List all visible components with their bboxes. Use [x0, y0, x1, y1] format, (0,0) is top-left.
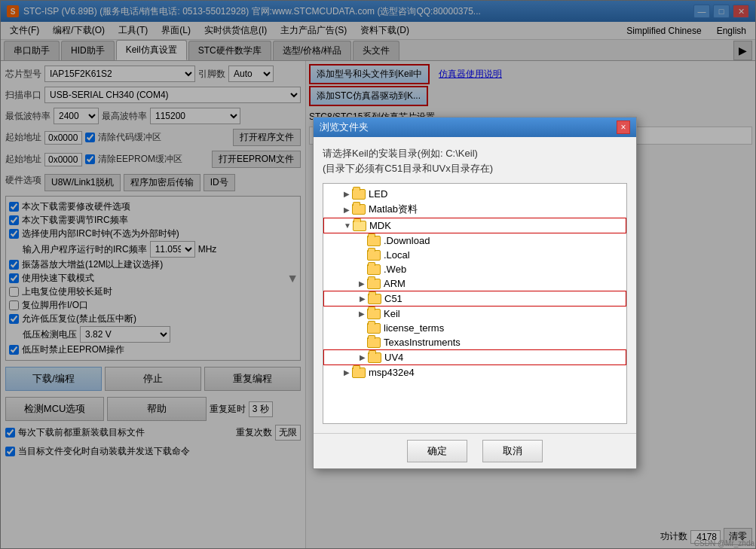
tree-item-local[interactable]: .Local — [323, 248, 626, 262]
tree-item-msp432e4[interactable]: ▶ msp432e4 — [323, 365, 626, 380]
modal-body: 请选择Keil的安装目录(例如: C:\Keil) (目录下必须有C51目录和U… — [314, 137, 636, 433]
tree-item-led[interactable]: ▶ LED — [323, 187, 626, 201]
tree-arrow-arm: ▶ — [357, 279, 367, 288]
tree-item-web[interactable]: .Web — [323, 262, 626, 276]
tree-item-matlab[interactable]: ▶ Matlab资料 — [323, 201, 626, 218]
file-tree[interactable]: ▶ LED ▶ Matlab资料 ▼ MDK — [323, 183, 627, 424]
folder-icon-web — [367, 264, 381, 275]
folder-icon-arm — [367, 279, 381, 289]
folder-icon-led — [352, 189, 366, 200]
tree-item-texas[interactable]: TexasInstruments — [323, 335, 626, 349]
modal-close-btn[interactable]: × — [617, 120, 630, 134]
browse-folder-dialog: 浏览文件夹 × 请选择Keil的安装目录(例如: C:\Keil) (目录下必须… — [313, 117, 637, 469]
folder-icon-msp432e4 — [352, 368, 366, 378]
modal-title-bar: 浏览文件夹 × — [314, 117, 636, 137]
tree-item-uv4[interactable]: ▶ UV4 — [323, 349, 626, 365]
ok-button[interactable]: 确定 — [407, 440, 467, 462]
folder-icon-mdk — [353, 221, 366, 231]
modal-instruction: 请选择Keil的安装目录(例如: C:\Keil) (目录下必须有C51目录和U… — [323, 146, 627, 175]
tree-item-arm[interactable]: ▶ ARM — [323, 276, 626, 291]
folder-icon-keil — [367, 309, 381, 319]
tree-arrow-msp432e4: ▶ — [341, 368, 352, 377]
cancel-button[interactable]: 取消 — [482, 440, 543, 462]
tree-item-c51[interactable]: ▶ C51 — [323, 291, 626, 307]
tree-arrow-mdk: ▼ — [342, 221, 353, 230]
tree-item-mdk[interactable]: ▼ MDK — [323, 218, 626, 233]
folder-icon-license — [367, 323, 381, 334]
folder-icon-uv4 — [368, 352, 381, 363]
tree-arrow-c51: ▶ — [357, 294, 368, 303]
tree-item-keil[interactable]: ▶ Keil — [323, 307, 626, 321]
tree-item-download[interactable]: .Download — [323, 233, 626, 248]
folder-icon-matlab — [352, 204, 366, 215]
tree-arrow-uv4: ▶ — [357, 353, 368, 361]
tree-item-license[interactable]: license_terms — [323, 321, 626, 335]
tree-arrow-keil: ▶ — [357, 310, 367, 318]
tree-arrow-led: ▶ — [341, 190, 352, 198]
modal-footer: 确定 取消 — [314, 433, 636, 468]
folder-icon-c51 — [368, 294, 381, 304]
folder-icon-texas — [367, 337, 381, 348]
folder-icon-local — [367, 250, 381, 261]
modal-title: 浏览文件夹 — [320, 120, 369, 134]
tree-arrow-matlab: ▶ — [341, 206, 352, 214]
modal-overlay: 浏览文件夹 × 请选择Keil的安装目录(例如: C:\Keil) (目录下必须… — [0, 0, 756, 549]
folder-icon-download — [367, 236, 381, 246]
